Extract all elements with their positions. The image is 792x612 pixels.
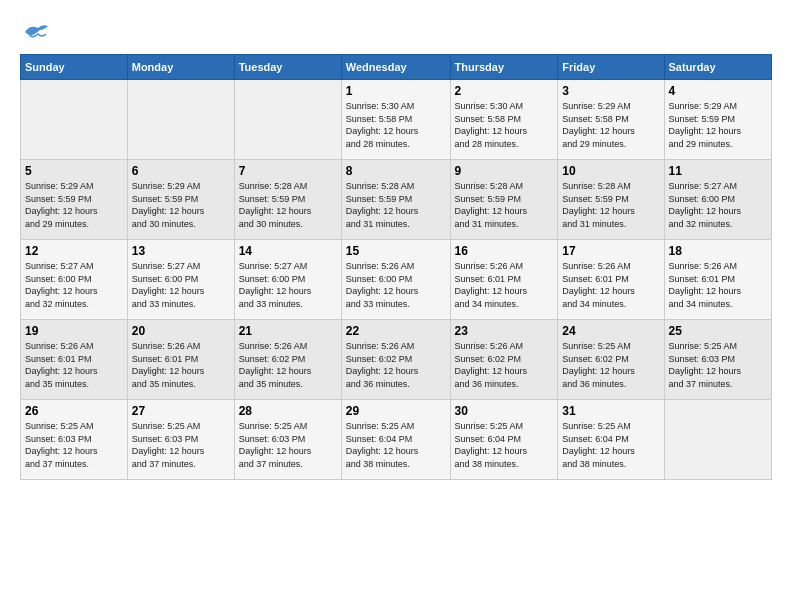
day-number: 2 bbox=[455, 84, 554, 98]
day-number: 12 bbox=[25, 244, 123, 258]
day-info: Sunrise: 5:26 AM Sunset: 6:01 PM Dayligh… bbox=[455, 260, 554, 310]
calendar-cell: 4Sunrise: 5:29 AM Sunset: 5:59 PM Daylig… bbox=[664, 80, 771, 160]
day-number: 26 bbox=[25, 404, 123, 418]
day-info: Sunrise: 5:26 AM Sunset: 6:01 PM Dayligh… bbox=[132, 340, 230, 390]
day-info: Sunrise: 5:28 AM Sunset: 5:59 PM Dayligh… bbox=[239, 180, 337, 230]
calendar-cell: 23Sunrise: 5:26 AM Sunset: 6:02 PM Dayli… bbox=[450, 320, 558, 400]
calendar-body: 1Sunrise: 5:30 AM Sunset: 5:58 PM Daylig… bbox=[21, 80, 772, 480]
day-info: Sunrise: 5:25 AM Sunset: 6:03 PM Dayligh… bbox=[239, 420, 337, 470]
week-row-1: 1Sunrise: 5:30 AM Sunset: 5:58 PM Daylig… bbox=[21, 80, 772, 160]
day-info: Sunrise: 5:27 AM Sunset: 6:00 PM Dayligh… bbox=[669, 180, 767, 230]
day-number: 3 bbox=[562, 84, 659, 98]
day-number: 20 bbox=[132, 324, 230, 338]
day-number: 27 bbox=[132, 404, 230, 418]
day-info: Sunrise: 5:26 AM Sunset: 6:02 PM Dayligh… bbox=[455, 340, 554, 390]
day-number: 7 bbox=[239, 164, 337, 178]
calendar-cell: 1Sunrise: 5:30 AM Sunset: 5:58 PM Daylig… bbox=[341, 80, 450, 160]
calendar-cell: 28Sunrise: 5:25 AM Sunset: 6:03 PM Dayli… bbox=[234, 400, 341, 480]
calendar-cell bbox=[21, 80, 128, 160]
day-number: 29 bbox=[346, 404, 446, 418]
day-number: 6 bbox=[132, 164, 230, 178]
calendar-cell: 16Sunrise: 5:26 AM Sunset: 6:01 PM Dayli… bbox=[450, 240, 558, 320]
day-number: 5 bbox=[25, 164, 123, 178]
day-info: Sunrise: 5:25 AM Sunset: 6:03 PM Dayligh… bbox=[25, 420, 123, 470]
calendar-header: SundayMondayTuesdayWednesdayThursdayFrid… bbox=[21, 55, 772, 80]
day-number: 21 bbox=[239, 324, 337, 338]
day-info: Sunrise: 5:26 AM Sunset: 6:01 PM Dayligh… bbox=[562, 260, 659, 310]
day-number: 30 bbox=[455, 404, 554, 418]
day-info: Sunrise: 5:29 AM Sunset: 5:58 PM Dayligh… bbox=[562, 100, 659, 150]
page-header bbox=[20, 20, 772, 44]
calendar-cell: 8Sunrise: 5:28 AM Sunset: 5:59 PM Daylig… bbox=[341, 160, 450, 240]
week-row-3: 12Sunrise: 5:27 AM Sunset: 6:00 PM Dayli… bbox=[21, 240, 772, 320]
calendar-cell: 17Sunrise: 5:26 AM Sunset: 6:01 PM Dayli… bbox=[558, 240, 664, 320]
day-info: Sunrise: 5:28 AM Sunset: 5:59 PM Dayligh… bbox=[455, 180, 554, 230]
day-number: 25 bbox=[669, 324, 767, 338]
calendar-cell: 20Sunrise: 5:26 AM Sunset: 6:01 PM Dayli… bbox=[127, 320, 234, 400]
day-number: 28 bbox=[239, 404, 337, 418]
calendar-cell bbox=[127, 80, 234, 160]
day-info: Sunrise: 5:25 AM Sunset: 6:03 PM Dayligh… bbox=[132, 420, 230, 470]
day-info: Sunrise: 5:26 AM Sunset: 6:02 PM Dayligh… bbox=[239, 340, 337, 390]
day-info: Sunrise: 5:26 AM Sunset: 6:01 PM Dayligh… bbox=[25, 340, 123, 390]
day-info: Sunrise: 5:25 AM Sunset: 6:02 PM Dayligh… bbox=[562, 340, 659, 390]
header-row: SundayMondayTuesdayWednesdayThursdayFrid… bbox=[21, 55, 772, 80]
header-wednesday: Wednesday bbox=[341, 55, 450, 80]
calendar-cell: 12Sunrise: 5:27 AM Sunset: 6:00 PM Dayli… bbox=[21, 240, 128, 320]
day-info: Sunrise: 5:25 AM Sunset: 6:04 PM Dayligh… bbox=[346, 420, 446, 470]
calendar-cell: 21Sunrise: 5:26 AM Sunset: 6:02 PM Dayli… bbox=[234, 320, 341, 400]
calendar-cell: 30Sunrise: 5:25 AM Sunset: 6:04 PM Dayli… bbox=[450, 400, 558, 480]
day-info: Sunrise: 5:25 AM Sunset: 6:03 PM Dayligh… bbox=[669, 340, 767, 390]
calendar-cell: 31Sunrise: 5:25 AM Sunset: 6:04 PM Dayli… bbox=[558, 400, 664, 480]
header-sunday: Sunday bbox=[21, 55, 128, 80]
day-number: 16 bbox=[455, 244, 554, 258]
calendar-cell bbox=[664, 400, 771, 480]
header-monday: Monday bbox=[127, 55, 234, 80]
header-friday: Friday bbox=[558, 55, 664, 80]
calendar-cell: 13Sunrise: 5:27 AM Sunset: 6:00 PM Dayli… bbox=[127, 240, 234, 320]
day-number: 8 bbox=[346, 164, 446, 178]
calendar-cell: 11Sunrise: 5:27 AM Sunset: 6:00 PM Dayli… bbox=[664, 160, 771, 240]
day-number: 1 bbox=[346, 84, 446, 98]
day-info: Sunrise: 5:26 AM Sunset: 6:02 PM Dayligh… bbox=[346, 340, 446, 390]
day-number: 18 bbox=[669, 244, 767, 258]
day-number: 17 bbox=[562, 244, 659, 258]
calendar-cell: 5Sunrise: 5:29 AM Sunset: 5:59 PM Daylig… bbox=[21, 160, 128, 240]
calendar-cell: 7Sunrise: 5:28 AM Sunset: 5:59 PM Daylig… bbox=[234, 160, 341, 240]
header-thursday: Thursday bbox=[450, 55, 558, 80]
calendar-cell: 29Sunrise: 5:25 AM Sunset: 6:04 PM Dayli… bbox=[341, 400, 450, 480]
day-info: Sunrise: 5:29 AM Sunset: 5:59 PM Dayligh… bbox=[132, 180, 230, 230]
day-number: 24 bbox=[562, 324, 659, 338]
calendar-cell: 15Sunrise: 5:26 AM Sunset: 6:00 PM Dayli… bbox=[341, 240, 450, 320]
calendar-cell: 19Sunrise: 5:26 AM Sunset: 6:01 PM Dayli… bbox=[21, 320, 128, 400]
day-number: 31 bbox=[562, 404, 659, 418]
logo-icon bbox=[20, 20, 50, 44]
calendar-table: SundayMondayTuesdayWednesdayThursdayFrid… bbox=[20, 54, 772, 480]
day-number: 22 bbox=[346, 324, 446, 338]
calendar-cell: 22Sunrise: 5:26 AM Sunset: 6:02 PM Dayli… bbox=[341, 320, 450, 400]
header-saturday: Saturday bbox=[664, 55, 771, 80]
day-number: 10 bbox=[562, 164, 659, 178]
day-number: 11 bbox=[669, 164, 767, 178]
day-info: Sunrise: 5:27 AM Sunset: 6:00 PM Dayligh… bbox=[25, 260, 123, 310]
week-row-4: 19Sunrise: 5:26 AM Sunset: 6:01 PM Dayli… bbox=[21, 320, 772, 400]
day-info: Sunrise: 5:27 AM Sunset: 6:00 PM Dayligh… bbox=[239, 260, 337, 310]
calendar-cell: 24Sunrise: 5:25 AM Sunset: 6:02 PM Dayli… bbox=[558, 320, 664, 400]
week-row-2: 5Sunrise: 5:29 AM Sunset: 5:59 PM Daylig… bbox=[21, 160, 772, 240]
day-info: Sunrise: 5:29 AM Sunset: 5:59 PM Dayligh… bbox=[25, 180, 123, 230]
day-info: Sunrise: 5:30 AM Sunset: 5:58 PM Dayligh… bbox=[455, 100, 554, 150]
calendar-cell: 18Sunrise: 5:26 AM Sunset: 6:01 PM Dayli… bbox=[664, 240, 771, 320]
day-number: 14 bbox=[239, 244, 337, 258]
day-info: Sunrise: 5:28 AM Sunset: 5:59 PM Dayligh… bbox=[346, 180, 446, 230]
day-info: Sunrise: 5:29 AM Sunset: 5:59 PM Dayligh… bbox=[669, 100, 767, 150]
calendar-cell: 25Sunrise: 5:25 AM Sunset: 6:03 PM Dayli… bbox=[664, 320, 771, 400]
calendar-cell: 27Sunrise: 5:25 AM Sunset: 6:03 PM Dayli… bbox=[127, 400, 234, 480]
calendar-cell: 26Sunrise: 5:25 AM Sunset: 6:03 PM Dayli… bbox=[21, 400, 128, 480]
calendar-cell: 10Sunrise: 5:28 AM Sunset: 5:59 PM Dayli… bbox=[558, 160, 664, 240]
week-row-5: 26Sunrise: 5:25 AM Sunset: 6:03 PM Dayli… bbox=[21, 400, 772, 480]
calendar-cell: 2Sunrise: 5:30 AM Sunset: 5:58 PM Daylig… bbox=[450, 80, 558, 160]
day-number: 15 bbox=[346, 244, 446, 258]
day-info: Sunrise: 5:25 AM Sunset: 6:04 PM Dayligh… bbox=[455, 420, 554, 470]
day-number: 13 bbox=[132, 244, 230, 258]
day-info: Sunrise: 5:27 AM Sunset: 6:00 PM Dayligh… bbox=[132, 260, 230, 310]
